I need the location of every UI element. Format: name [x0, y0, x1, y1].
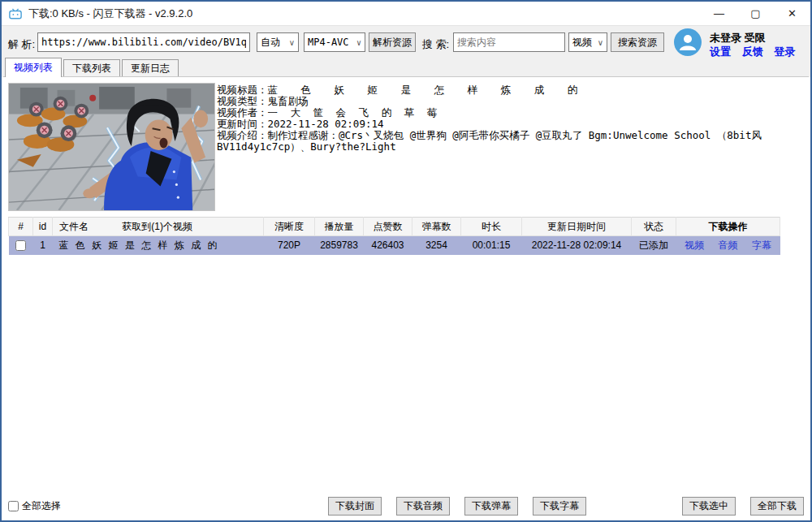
video-title-label: 视频标题： — [217, 84, 268, 96]
video-desc-label: 视频介绍： — [217, 129, 268, 141]
row-likes: 426403 — [364, 236, 412, 255]
close-button[interactable]: ✕ — [774, 2, 810, 25]
row-id: 1 — [33, 236, 53, 255]
download-cover-button[interactable]: 下载封面 — [328, 497, 382, 516]
feedback-link[interactable]: 反馈 — [742, 45, 763, 58]
video-type-label: 视频类型： — [217, 95, 268, 107]
video-type: 鬼畜剧场 — [268, 95, 309, 107]
download-video-link[interactable]: 视频 — [685, 239, 704, 251]
minimize-button[interactable]: — — [701, 2, 737, 25]
col-actions: 下载操作 — [676, 218, 780, 236]
video-title: 蓝 色 妖 姬 是 怎 样 炼 成 的 — [268, 84, 578, 96]
app-icon — [9, 8, 22, 19]
col-filename: 文件名 获取到(1)个视频 — [53, 218, 264, 236]
video-info: 视频标题：蓝 色 妖 姬 是 怎 样 炼 成 的 视频类型：鬼畜剧场 视频作者：… — [217, 84, 762, 153]
video-thumbnail — [8, 83, 215, 211]
table-row[interactable]: 1 蓝 色 妖 姬 是 怎 样 炼 成 的 720P 2859783 42640… — [9, 236, 780, 255]
chevron-down-icon: ∨ — [352, 38, 361, 47]
table-header-row: # id 文件名 获取到(1)个视频 清晰度 播放量 点赞数 弹幕数 时长 更新… — [9, 218, 780, 236]
col-plays: 播放量 — [315, 218, 364, 236]
row-filename: 蓝 色 妖 姬 是 怎 样 炼 成 的 — [53, 236, 264, 255]
col-status: 状态 — [632, 218, 676, 236]
title-bar: 下载:0 KB/s - 闪豆下载器 - v2.9.2.0 — ▢ ✕ — [2, 2, 810, 25]
app-window: 下载:0 KB/s - 闪豆下载器 - v2.9.2.0 — ▢ ✕ 解 析: … — [0, 0, 812, 522]
login-link[interactable]: 登录 — [774, 45, 795, 58]
row-quality: 720P — [264, 236, 315, 255]
row-duration: 00:01:15 — [461, 236, 522, 255]
parse-resource-button[interactable]: 解析资源 — [369, 32, 416, 52]
tab-video-list[interactable]: 视频列表 — [5, 58, 62, 77]
row-status: 已添加 — [632, 236, 676, 255]
row-checkbox[interactable] — [15, 240, 26, 251]
col-id: id — [33, 218, 53, 236]
video-author-label: 视频作者： — [217, 106, 268, 119]
video-author: 一 大 筐 会 飞 的 草 莓 — [268, 106, 438, 119]
fetched-count: 获取到(1)个视频 — [122, 221, 192, 232]
mode-select[interactable]: 自动 ∨ — [257, 32, 299, 52]
tab-strip: 视频列表 下载列表 更新日志 — [2, 58, 810, 77]
row-updated: 2022-11-28 02:09:14 — [522, 236, 632, 255]
video-desc-line2: BV11d4y1c7cp）、Bury?the?Light — [217, 140, 396, 153]
search-type-select[interactable]: 视频 ∨ — [568, 32, 607, 52]
person-icon — [674, 28, 702, 56]
parse-label: 解 析: — [8, 37, 35, 52]
col-danmaku: 弹幕数 — [412, 218, 461, 236]
video-updated-label: 更新时间： — [217, 118, 268, 130]
col-updated: 更新日期时间 — [522, 218, 632, 236]
url-input[interactable] — [37, 32, 250, 52]
download-subtitle-button[interactable]: 下载字幕 — [533, 497, 586, 516]
download-all-button[interactable]: 全部下载 — [750, 497, 804, 516]
login-status: 未登录 受限 — [710, 31, 766, 45]
select-all-label: 全部选择 — [22, 499, 61, 513]
settings-link[interactable]: 设置 — [710, 45, 731, 58]
video-table: # id 文件名 获取到(1)个视频 清晰度 播放量 点赞数 弹幕数 时长 更新… — [8, 217, 780, 255]
download-audio-link[interactable]: 音频 — [719, 239, 738, 251]
select-all-checkbox[interactable] — [8, 501, 19, 511]
download-audio-button[interactable]: 下载音频 — [396, 497, 450, 516]
chevron-down-icon: ∨ — [593, 38, 603, 47]
search-resource-button[interactable]: 搜索资源 — [611, 32, 664, 52]
row-danmaku: 3254 — [412, 236, 461, 255]
col-duration: 时长 — [461, 218, 522, 236]
download-danmaku-button[interactable]: 下载弹幕 — [464, 497, 518, 516]
select-all[interactable]: 全部选择 — [8, 499, 61, 513]
maximize-button[interactable]: ▢ — [737, 2, 774, 25]
row-plays: 2859783 — [315, 236, 364, 255]
tab-update-log[interactable]: 更新日志 — [122, 59, 179, 77]
col-num: # — [9, 218, 33, 236]
col-quality: 清晰度 — [264, 218, 315, 236]
format-select[interactable]: MP4-AVC ∨ — [304, 32, 365, 52]
download-selected-button[interactable]: 下载选中 — [682, 497, 736, 516]
tab-download-list[interactable]: 下载列表 — [63, 59, 120, 77]
user-avatar[interactable] — [674, 28, 702, 56]
download-subtitle-link[interactable]: 字幕 — [752, 239, 771, 251]
search-input[interactable] — [453, 32, 565, 52]
video-updated: 2022-11-28 02:09:14 — [268, 118, 384, 130]
video-desc-line1: 制作过程感谢：@Crs丶叉烧包 @世界狗 @阿毛带你买橘子 @豆取丸了 Bgm:… — [268, 129, 762, 141]
window-title: 下载:0 KB/s - 闪豆下载器 - v2.9.2.0 — [28, 6, 192, 21]
chevron-down-icon: ∨ — [284, 38, 295, 47]
video-list-page: 视频标题：蓝 色 妖 姬 是 怎 样 炼 成 的 视频类型：鬼畜剧场 视频作者：… — [3, 76, 809, 520]
toolbar: 解 析: 自动 ∨ MP4-AVC ∨ 解析资源 搜 索: 视频 ∨ 搜索资源 … — [2, 25, 810, 58]
search-label: 搜 索: — [422, 37, 449, 52]
col-likes: 点赞数 — [364, 218, 412, 236]
